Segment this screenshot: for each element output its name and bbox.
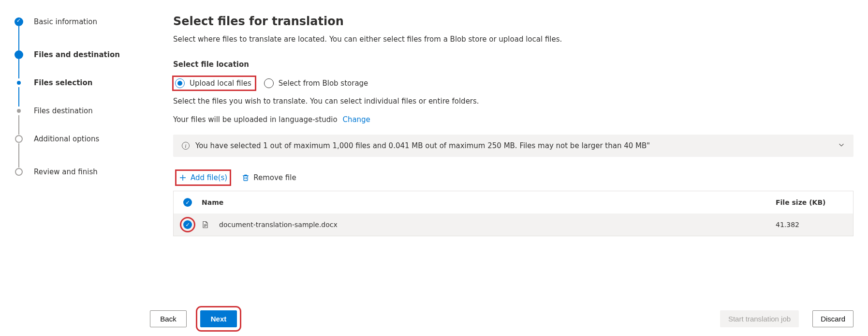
stepper-connector — [18, 59, 19, 78]
file-size: 41.382 — [776, 221, 843, 229]
upload-destination-text: Your files will be uploaded in language-… — [173, 115, 853, 124]
add-files-button[interactable]: Add file(s) — [176, 170, 230, 185]
radio-icon — [264, 78, 274, 88]
table-row[interactable]: ✓ document-translation-sample.docx 41.38… — [174, 214, 853, 236]
step-label: Files selection — [34, 78, 92, 87]
step-files-destination[interactable]: Files destination — [15, 107, 150, 115]
step-basic-information[interactable]: Basic information — [15, 17, 150, 26]
circle-icon — [15, 135, 23, 143]
main-panel: Select files for translation Select wher… — [150, 0, 868, 336]
column-size[interactable]: File size (KB) — [776, 199, 843, 206]
radio-upload-local[interactable]: Upload local files — [173, 76, 255, 90]
remove-file-label: Remove file — [253, 173, 296, 182]
back-button[interactable]: Back — [150, 310, 187, 327]
check-icon — [15, 17, 23, 26]
stepper-connector — [18, 115, 19, 135]
discard-button[interactable]: Discard — [812, 310, 853, 327]
step-label: Files destination — [34, 107, 93, 115]
file-name: document-translation-sample.docx — [219, 221, 338, 229]
row-checkbox[interactable]: ✓ — [183, 220, 192, 229]
step-files-and-destination[interactable]: Files and destination — [15, 50, 150, 59]
radio-label: Upload local files — [190, 79, 251, 88]
page-description: Select where files to translate are loca… — [173, 35, 853, 44]
info-icon: i — [182, 142, 190, 150]
table-header-row: ✓ Name File size (KB) — [174, 191, 853, 214]
next-button[interactable]: Next — [200, 310, 237, 327]
info-text: You have selected 1 out of maximum 1,000… — [195, 141, 650, 150]
radio-icon — [175, 78, 185, 88]
step-label: Files and destination — [34, 50, 120, 59]
selection-info-bar[interactable]: i You have selected 1 out of maximum 1,0… — [173, 135, 853, 157]
upload-destination-prefix: Your files will be uploaded in language-… — [173, 115, 338, 124]
stepper-connector — [18, 87, 19, 107]
dot-icon — [17, 81, 21, 85]
radio-blob-storage[interactable]: Select from Blob storage — [261, 76, 372, 91]
file-name-cell: document-translation-sample.docx — [202, 221, 766, 229]
select-all-checkbox[interactable]: ✓ — [183, 198, 192, 207]
start-translation-button: Start translation job — [720, 310, 799, 327]
step-label: Additional options — [34, 135, 99, 143]
add-files-label: Add file(s) — [191, 173, 227, 182]
files-table: ✓ Name File size (KB) ✓ document-transla… — [173, 191, 853, 236]
circle-icon — [15, 168, 23, 176]
change-link[interactable]: Change — [342, 115, 370, 124]
column-name[interactable]: Name — [202, 199, 766, 206]
step-additional-options[interactable]: Additional options — [15, 135, 150, 143]
radio-label: Select from Blob storage — [279, 79, 368, 88]
stepper-connector — [18, 143, 19, 168]
step-label: Review and finish — [34, 168, 98, 176]
page-title: Select files for translation — [173, 15, 853, 28]
step-label: Basic information — [34, 17, 97, 26]
file-toolbar: Add file(s) Remove file — [173, 170, 853, 185]
file-location-radio-group: Upload local files Select from Blob stor… — [173, 76, 853, 91]
file-location-label: Select file location — [173, 60, 853, 69]
chevron-down-icon[interactable] — [838, 141, 845, 150]
step-review-and-finish[interactable]: Review and finish — [15, 168, 150, 176]
document-icon — [202, 221, 209, 229]
remove-file-button[interactable]: Remove file — [239, 170, 299, 185]
svg-rect-2 — [244, 176, 248, 181]
dot-icon — [17, 109, 21, 113]
wizard-stepper: Basic information Files and destination … — [0, 0, 150, 336]
dot-icon — [15, 50, 23, 59]
stepper-connector — [18, 26, 19, 50]
wizard-footer: Back Next Start translation job Discard — [150, 303, 853, 336]
step-files-selection[interactable]: Files selection — [15, 78, 150, 87]
select-files-hint: Select the files you wish to translate. … — [173, 97, 853, 106]
